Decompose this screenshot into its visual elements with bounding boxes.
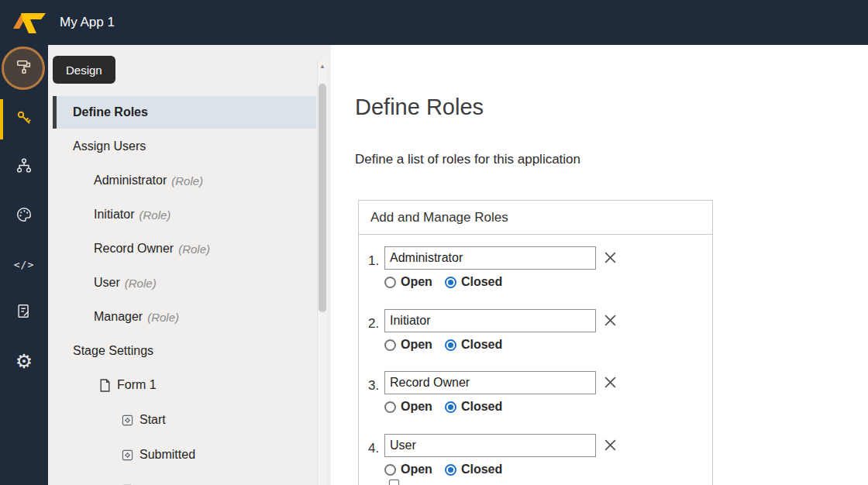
rail-item-theme[interactable] bbox=[0, 198, 48, 235]
top-bar: My App 1 bbox=[0, 0, 868, 45]
sidebar-item-suffix: (Role) bbox=[139, 208, 170, 222]
role-number: 2. bbox=[368, 316, 379, 332]
rail-item-roles[interactable] bbox=[0, 101, 48, 138]
roles-panel: Add and Manage Roles 1. Open Closed 2. bbox=[358, 200, 713, 485]
open-radio[interactable] bbox=[384, 464, 396, 476]
role-row: 3. Open Closed bbox=[368, 366, 704, 421]
open-radio[interactable] bbox=[384, 401, 396, 413]
sidebar-item-label: Start bbox=[140, 413, 166, 427]
sidebar-item-user[interactable]: User (Role) bbox=[53, 267, 316, 299]
design-button[interactable]: Design bbox=[53, 56, 115, 84]
rail-item-settings[interactable]: ⚙ bbox=[0, 342, 48, 380]
gear-icon: ⚙ bbox=[16, 352, 33, 371]
document-icon bbox=[99, 379, 111, 392]
scroll-up-arrow-icon[interactable]: ▲ bbox=[318, 62, 327, 71]
role-access-radios: Open Closed bbox=[384, 463, 515, 476]
sidebar-item-partial[interactable] bbox=[53, 473, 316, 485]
closed-radio-label[interactable]: Closed bbox=[461, 400, 502, 414]
sidebar-item-record-owner[interactable]: Record Owner (Role) bbox=[53, 232, 316, 265]
delete-role-icon[interactable] bbox=[603, 313, 618, 328]
closed-radio[interactable] bbox=[445, 277, 456, 288]
sidebar-item-manager[interactable]: Manager (Role) bbox=[53, 301, 316, 333]
hierarchy-icon bbox=[16, 157, 33, 177]
stage-icon bbox=[122, 414, 133, 426]
form-icon bbox=[16, 303, 33, 323]
sidebar-item-label: Submitted bbox=[140, 448, 195, 462]
design-sidebar: Design Define Roles Assign Users Adminis… bbox=[48, 45, 331, 485]
sidebar-item-start[interactable]: Start bbox=[53, 404, 316, 436]
role-name-input[interactable] bbox=[384, 371, 596, 394]
delete-role-icon[interactable] bbox=[603, 250, 618, 265]
closed-radio-label[interactable]: Closed bbox=[461, 463, 502, 476]
rail-item-forms[interactable] bbox=[0, 294, 48, 332]
role-name-input[interactable] bbox=[384, 434, 596, 457]
page-title: Define Roles bbox=[355, 95, 484, 120]
sidebar-item-define-roles[interactable]: Define Roles bbox=[53, 96, 316, 129]
closed-radio[interactable] bbox=[445, 464, 456, 476]
sidebar-item-label: Initiator bbox=[94, 208, 134, 222]
sidebar-item-label: Assign Users bbox=[73, 139, 146, 153]
sidebar-item-suffix: (Role) bbox=[125, 277, 157, 290]
open-radio-label[interactable]: Open bbox=[401, 275, 432, 289]
role-row: 4. Open Closed bbox=[368, 428, 704, 484]
open-radio[interactable] bbox=[384, 339, 396, 351]
role-access-radios: Open Closed bbox=[384, 275, 515, 289]
panel-header: Add and Manage Roles bbox=[359, 201, 712, 235]
role-access-radios: Open Closed bbox=[384, 400, 515, 414]
sidebar-item-label: Stage Settings bbox=[73, 344, 153, 358]
sidebar-item-administrator[interactable]: Administrator (Role) bbox=[53, 164, 316, 197]
open-radio-label[interactable]: Open bbox=[401, 400, 432, 414]
sidebar-scrollbar[interactable]: ▲ bbox=[317, 60, 327, 485]
left-icon-rail: </> ⚙ bbox=[0, 45, 48, 485]
role-number: 1. bbox=[368, 253, 379, 269]
sidebar-item-suffix: (Role) bbox=[147, 311, 179, 324]
delete-role-icon[interactable] bbox=[603, 375, 618, 390]
partial-next-row-icon bbox=[388, 479, 400, 485]
main-content: Define Roles Define a list of roles for … bbox=[331, 45, 868, 485]
role-row: 1. Open Closed bbox=[368, 241, 704, 297]
sidebar-item-suffix: (Role) bbox=[171, 174, 203, 187]
sidebar-item-stage-settings[interactable]: Stage Settings bbox=[53, 335, 316, 367]
role-number: 3. bbox=[368, 378, 379, 394]
sidebar-item-label: Manager bbox=[94, 310, 143, 324]
sidebar-item-label: Record Owner bbox=[94, 242, 174, 256]
sidebar-item-label: User bbox=[94, 276, 120, 290]
sidebar-item-suffix: (Role) bbox=[178, 242, 210, 256]
sidebar-item-label: Administrator bbox=[94, 174, 167, 187]
role-name-input[interactable] bbox=[384, 309, 596, 332]
role-row: 2. Open Closed bbox=[368, 304, 704, 359]
role-number: 4. bbox=[368, 441, 379, 456]
code-icon: </> bbox=[14, 259, 34, 270]
open-radio-label[interactable]: Open bbox=[401, 338, 432, 352]
sidebar-item-assign-users[interactable]: Assign Users bbox=[53, 130, 316, 163]
closed-radio-label[interactable]: Closed bbox=[461, 338, 502, 352]
scrollbar-thumb[interactable] bbox=[319, 84, 326, 312]
rail-item-code[interactable]: </> bbox=[0, 246, 48, 283]
sidebar-item-submitted[interactable]: Submitted bbox=[53, 439, 316, 471]
closed-radio[interactable] bbox=[445, 401, 456, 413]
closed-radio[interactable] bbox=[445, 339, 456, 351]
sidebar-item-form-1[interactable]: Form 1 bbox=[53, 369, 316, 401]
rail-item-design[interactable] bbox=[0, 50, 48, 87]
page-subtitle: Define a list of roles for this applicat… bbox=[355, 152, 580, 167]
key-icon bbox=[15, 108, 33, 130]
rail-item-workflow[interactable] bbox=[0, 149, 48, 186]
open-radio[interactable] bbox=[384, 277, 396, 288]
closed-radio-label[interactable]: Closed bbox=[461, 275, 502, 289]
paint-roller-icon bbox=[16, 58, 33, 78]
open-radio-label[interactable]: Open bbox=[401, 463, 432, 476]
stage-icon bbox=[122, 449, 133, 461]
app-title: My App 1 bbox=[60, 15, 115, 30]
sidebar-item-label: Form 1 bbox=[117, 378, 157, 392]
delete-role-icon[interactable] bbox=[603, 438, 618, 452]
role-name-input[interactable] bbox=[384, 246, 596, 270]
app-logo-icon bbox=[10, 10, 47, 35]
sidebar-item-initiator[interactable]: Initiator (Role) bbox=[53, 198, 316, 231]
palette-icon bbox=[16, 206, 33, 226]
sidebar-item-label: Define Roles bbox=[73, 105, 148, 119]
role-access-radios: Open Closed bbox=[384, 338, 515, 352]
